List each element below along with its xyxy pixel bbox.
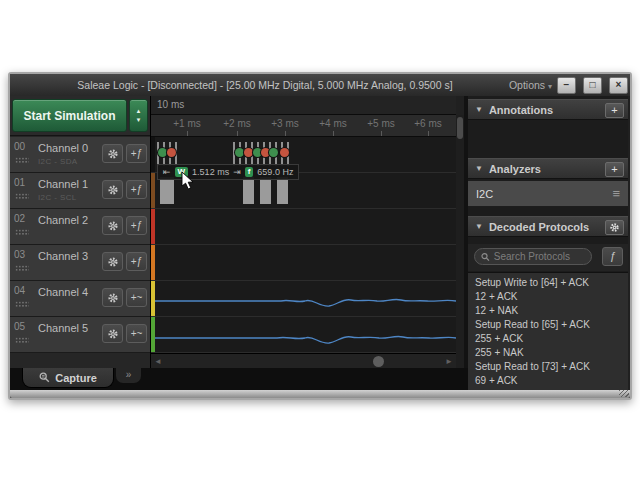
drag-handle-icon[interactable] bbox=[15, 157, 29, 163]
scrollbar-thumb[interactable] bbox=[373, 356, 384, 367]
channel-row-4[interactable]: 04 Channel 4 +~ bbox=[10, 281, 150, 317]
measurement-tooltip: ⇤ W 1.512 ms ⇥ f 659.0 Hz bbox=[157, 164, 299, 180]
channel-number: 05 bbox=[14, 321, 34, 332]
protocol-row[interactable]: Setup Write to [64] + ACK bbox=[468, 276, 628, 290]
i2c-nak-marker bbox=[167, 148, 176, 157]
scroll-left-icon[interactable]: ◄ bbox=[154, 357, 162, 366]
protocol-row[interactable]: 255 + NAK bbox=[468, 346, 628, 360]
channel-row-1[interactable]: 01 Channel 1 I2C - SCL +ƒ bbox=[10, 173, 150, 209]
drag-handle-icon[interactable] bbox=[15, 193, 29, 199]
wave-row-channel-5[interactable] bbox=[151, 317, 456, 353]
channel-row-0[interactable]: 00 Channel 0 I2C - SDA +ƒ bbox=[10, 137, 150, 173]
analyzers-header[interactable]: ▼ Analyzers + bbox=[468, 158, 628, 179]
search-protocols-input[interactable] bbox=[494, 251, 585, 262]
decoded-settings-button[interactable] bbox=[605, 220, 624, 235]
decoded-protocols-header[interactable]: ▼ Decoded Protocols bbox=[468, 216, 628, 237]
search-icon bbox=[481, 252, 490, 262]
tick-label: +3 ms bbox=[263, 118, 307, 129]
channel-name: Channel 3 bbox=[38, 250, 88, 262]
analyzer-item-i2c[interactable]: I2C ≡ bbox=[468, 181, 628, 207]
title-bar: Saleae Logic - [Disconnected] - [25.00 M… bbox=[10, 74, 630, 97]
channel-row-3[interactable]: 03 Channel 3 +ƒ bbox=[10, 245, 150, 281]
channel-panel: Start Simulation ▲ ▼ 00 Channel 0 I2C - … bbox=[10, 96, 150, 390]
decoded-protocols-list[interactable]: Setup Write to [64] + ACK 12 + ACK 12 + … bbox=[468, 272, 628, 390]
protocol-row[interactable]: 12 + NAK bbox=[468, 304, 628, 318]
drag-handle-icon[interactable] bbox=[15, 265, 29, 271]
collapse-icon[interactable]: ▼ bbox=[475, 105, 483, 114]
channel-row-5[interactable]: 05 Channel 5 +~ bbox=[10, 317, 150, 353]
analog-trace bbox=[155, 317, 456, 352]
vertical-scrollbar[interactable] bbox=[456, 115, 464, 368]
channel-settings-button[interactable] bbox=[102, 216, 123, 235]
scroll-right-icon[interactable]: ► bbox=[445, 357, 453, 366]
waveform-viewport[interactable]: 10 ms +1 ms +2 ms +3 ms +4 ms +5 ms +6 m… bbox=[150, 96, 456, 390]
tick-label: +5 ms bbox=[359, 118, 403, 129]
drag-handle-icon[interactable] bbox=[15, 337, 29, 343]
minimize-button[interactable]: − bbox=[557, 77, 576, 94]
annotations-header[interactable]: ▼ Annotations + bbox=[468, 99, 628, 120]
window-title: Saleae Logic - [Disconnected] - [25.00 M… bbox=[10, 74, 520, 96]
add-analog-measurement-button[interactable]: +~ bbox=[126, 288, 147, 307]
add-analyzer-button[interactable]: + bbox=[605, 162, 624, 177]
scrollbar-thumb[interactable] bbox=[457, 117, 463, 139]
measure-start-icon: ⇤ bbox=[163, 167, 171, 177]
channel-name: Channel 0 bbox=[38, 142, 88, 154]
timeline-ruler[interactable]: +1 ms +2 ms +3 ms +4 ms +5 ms +6 ms bbox=[151, 115, 456, 137]
options-menu[interactable]: Options ▾ bbox=[509, 74, 552, 96]
channel-settings-button[interactable] bbox=[102, 324, 123, 343]
channel-settings-button[interactable] bbox=[102, 288, 123, 307]
simulation-row: Start Simulation ▲ ▼ bbox=[10, 96, 150, 136]
close-button[interactable]: × bbox=[609, 77, 628, 94]
add-analog-measurement-button[interactable]: +~ bbox=[126, 324, 147, 343]
protocol-row[interactable]: 69 + ACK bbox=[468, 374, 628, 388]
collapse-icon[interactable]: ▼ bbox=[475, 222, 483, 231]
start-simulation-button[interactable]: Start Simulation bbox=[12, 99, 127, 132]
tick-label: +1 ms bbox=[165, 118, 209, 129]
collapse-icon[interactable]: ▼ bbox=[475, 164, 483, 173]
drag-handle-icon[interactable] bbox=[15, 229, 29, 235]
tick-mark bbox=[285, 131, 286, 136]
tab-capture[interactable]: Capture bbox=[22, 368, 114, 388]
arrow-up-icon: ▲ bbox=[136, 108, 142, 114]
channel-name: Channel 5 bbox=[38, 322, 88, 334]
analyzers-title: Analyzers bbox=[489, 163, 541, 175]
options-label: Options bbox=[509, 79, 545, 91]
width-chip: W bbox=[175, 167, 189, 177]
decoded-protocols-title: Decoded Protocols bbox=[489, 221, 589, 233]
wave-row-channel-0[interactable]: ⇤ W 1.512 ms ⇥ f 659.0 Hz bbox=[151, 137, 456, 173]
protocol-row[interactable]: Setup Read to [73] + ACK bbox=[468, 360, 628, 374]
channel-settings-button[interactable] bbox=[102, 252, 123, 271]
channel-color-strip bbox=[151, 173, 155, 208]
wave-row-channel-3[interactable] bbox=[151, 245, 456, 281]
arrow-down-icon: ▼ bbox=[136, 117, 142, 123]
protocol-row[interactable]: 12 + ACK bbox=[468, 290, 628, 304]
protocol-row[interactable]: 255 + ACK bbox=[468, 332, 628, 346]
digital-pulse bbox=[277, 177, 288, 204]
add-measurement-button[interactable]: +ƒ bbox=[126, 144, 147, 163]
simulation-mode-stepper[interactable]: ▲ ▼ bbox=[129, 99, 148, 132]
protocol-row[interactable]: Setup Read to [65] + ACK bbox=[468, 318, 628, 332]
channel-settings-button[interactable] bbox=[102, 144, 123, 163]
add-measurement-button[interactable]: +ƒ bbox=[126, 252, 147, 271]
i2c-ack-marker bbox=[269, 148, 278, 157]
add-annotation-button[interactable]: + bbox=[605, 103, 624, 118]
resize-grip[interactable] bbox=[619, 390, 629, 397]
protocol-measure-button[interactable]: ƒ bbox=[602, 247, 623, 266]
channel-name: Channel 2 bbox=[38, 214, 88, 226]
more-tabs-button[interactable]: » bbox=[116, 368, 141, 383]
wave-row-channel-2[interactable] bbox=[151, 209, 456, 245]
wave-row-channel-4[interactable] bbox=[151, 281, 456, 317]
main-content: Start Simulation ▲ ▼ 00 Channel 0 I2C - … bbox=[10, 96, 630, 390]
add-measurement-button[interactable]: +ƒ bbox=[126, 216, 147, 235]
horizontal-scrollbar[interactable]: ◄ ► bbox=[151, 353, 456, 369]
maximize-button[interactable]: □ bbox=[583, 77, 602, 94]
protocol-search-box[interactable] bbox=[474, 248, 592, 265]
channel-row-2[interactable]: 02 Channel 2 +ƒ bbox=[10, 209, 150, 245]
tick-label: +2 ms bbox=[215, 118, 259, 129]
gear-icon bbox=[107, 184, 119, 196]
tick-mark bbox=[428, 131, 429, 136]
add-measurement-button[interactable]: +ƒ bbox=[126, 180, 147, 199]
menu-icon[interactable]: ≡ bbox=[612, 181, 620, 207]
channel-settings-button[interactable] bbox=[102, 180, 123, 199]
drag-handle-icon[interactable] bbox=[15, 301, 29, 307]
